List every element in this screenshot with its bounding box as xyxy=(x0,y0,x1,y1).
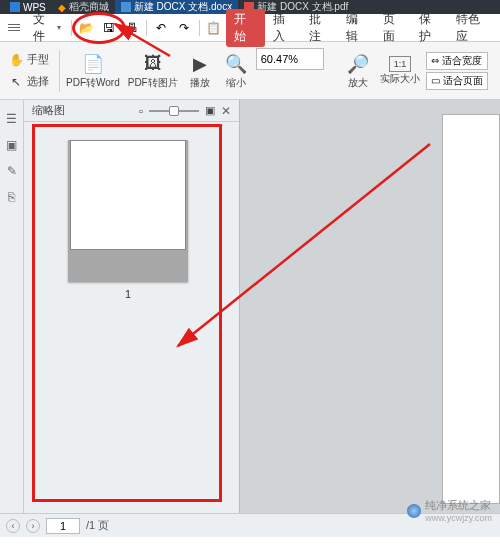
fit-width-icon: ⇔ xyxy=(431,55,439,66)
thumbnail-panel: 缩略图 ▫ ▣ ✕ 1 xyxy=(24,100,240,513)
menu-start[interactable]: 开始 xyxy=(226,9,265,47)
ribbon-toolbar: ✋手型 ↖选择 📄 PDF转Word 🖼 PDF转图片 ▶ 播放 🔍 缩小 🔎 … xyxy=(0,42,500,100)
rail-outline-icon[interactable]: ☰ xyxy=(3,110,21,128)
hand-icon: ✋ xyxy=(8,52,24,68)
page-thumbnail[interactable]: 1 xyxy=(68,138,188,300)
zoomout-icon: 🔍 xyxy=(222,52,250,76)
thumbnail-title: 缩略图 xyxy=(32,103,65,118)
rail-annotate-icon[interactable]: ✎ xyxy=(3,162,21,180)
zoom-value-input[interactable] xyxy=(256,48,324,70)
save-icon[interactable]: 🖫 xyxy=(99,17,120,39)
redo-icon[interactable]: ↷ xyxy=(174,17,195,39)
tool-pdf2word[interactable]: 📄 PDF转Word xyxy=(64,52,122,90)
thumb-size-slider[interactable] xyxy=(149,110,199,112)
tool-zoomin[interactable]: 🔎 放大 xyxy=(342,52,374,90)
rail-image-icon[interactable]: ▣ xyxy=(3,136,21,154)
watermark: 纯净系统之家 www.ycwjzy.com xyxy=(407,498,492,523)
tool-play[interactable]: ▶ 播放 xyxy=(184,52,216,90)
menu-feature[interactable]: 特色应 xyxy=(450,8,496,48)
document-page xyxy=(442,114,500,504)
open-folder-icon[interactable]: 📂 xyxy=(76,17,97,39)
watermark-logo-icon xyxy=(407,504,421,518)
wps-icon xyxy=(10,2,20,12)
pdf-word-icon: 📄 xyxy=(79,52,107,76)
thumb-large-icon[interactable]: ▣ xyxy=(205,104,215,117)
docx-icon xyxy=(121,2,131,12)
menu-edit[interactable]: 编辑 xyxy=(340,8,375,48)
page-number-input[interactable] xyxy=(46,518,80,534)
menu-page[interactable]: 页面 xyxy=(377,8,412,48)
menu-protect[interactable]: 保护 xyxy=(413,8,448,48)
undo-icon[interactable]: ↶ xyxy=(151,17,172,39)
tool-fit-width[interactable]: ⇔适合宽度 xyxy=(426,52,488,70)
menu-file[interactable]: 文件▾ xyxy=(27,8,67,48)
menubar: 文件▾ 📂 🖫 🖶 ↶ ↷ 📋 开始 插入 批注 编辑 页面 保护 特色应 xyxy=(0,14,500,42)
print-icon[interactable]: 🖶 xyxy=(121,17,142,39)
cursor-icon: ↖ xyxy=(8,74,24,90)
pdf-image-icon: 🖼 xyxy=(139,52,167,76)
tool-group-fit: ⇔适合宽度 ▭适合页面 xyxy=(426,52,488,90)
thumb-small-icon[interactable]: ▫ xyxy=(139,105,143,117)
rail-bookmark-icon[interactable]: ⎘ xyxy=(3,188,21,206)
clipboard-icon[interactable]: 📋 xyxy=(204,17,225,39)
tool-hand[interactable]: ✋手型 xyxy=(4,50,53,70)
tab-docx[interactable]: 新建 DOCX 文档.docx xyxy=(115,0,238,14)
menu-annotate[interactable]: 批注 xyxy=(303,8,338,48)
actual-size-icon: 1:1 xyxy=(389,56,411,72)
zoomin-icon: 🔎 xyxy=(344,52,372,76)
watermark-brand: 纯净系统之家 xyxy=(425,498,492,513)
fit-page-icon: ▭ xyxy=(431,75,440,86)
tool-select[interactable]: ↖选择 xyxy=(4,72,53,92)
workarea: ☰ ▣ ✎ ⎘ 缩略图 ▫ ▣ ✕ 1 xyxy=(0,100,500,513)
page-total-label: /1 页 xyxy=(86,518,109,533)
tool-pdf2img[interactable]: 🖼 PDF转图片 xyxy=(126,52,180,90)
menu-insert[interactable]: 插入 xyxy=(267,8,302,48)
thumbnail-body: 1 xyxy=(24,122,239,513)
thumbnail-close-icon[interactable]: ✕ xyxy=(221,104,231,118)
page-thumbnail-number: 1 xyxy=(68,288,188,300)
page-next-button[interactable]: › xyxy=(26,519,40,533)
tool-zoomout[interactable]: 🔍 缩小 xyxy=(220,52,252,90)
thumbnail-header: 缩略图 ▫ ▣ ✕ xyxy=(24,100,239,122)
play-icon: ▶ xyxy=(186,52,214,76)
tool-group-select: ✋手型 ↖选择 xyxy=(4,50,60,92)
side-rail: ☰ ▣ ✎ ⎘ xyxy=(0,100,24,513)
menu-hamburger-icon[interactable] xyxy=(4,17,25,39)
tool-fit-page[interactable]: ▭适合页面 xyxy=(426,72,488,90)
watermark-url: www.ycwjzy.com xyxy=(425,513,492,523)
page-prev-button[interactable]: ‹ xyxy=(6,519,20,533)
tool-actual-size[interactable]: 1:1 实际大小 xyxy=(378,56,422,86)
document-area[interactable] xyxy=(240,100,500,513)
